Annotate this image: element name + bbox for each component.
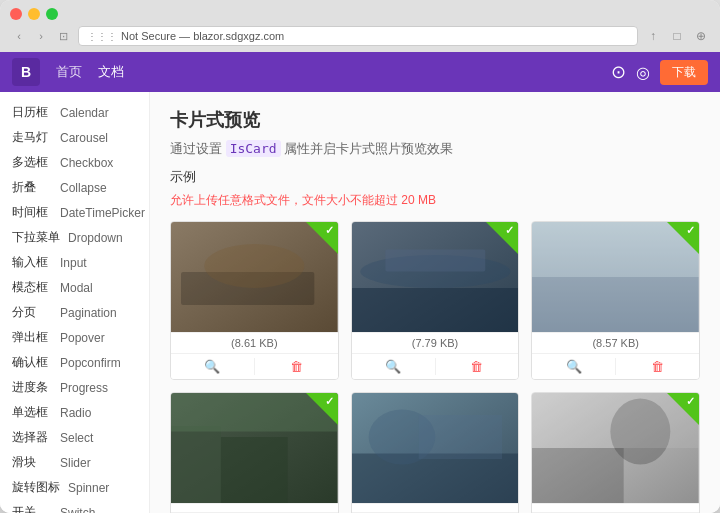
sidebar-item-carousel[interactable]: 走马灯 Carousel: [0, 125, 149, 150]
upload-size-limit: 20 MB: [401, 193, 436, 207]
sidebar-item-radio[interactable]: 单选框 Radio: [0, 400, 149, 425]
delete-button-1[interactable]: 🗑: [255, 354, 338, 379]
image-size-2: (7.79 KB): [352, 332, 519, 353]
sidebar-item-modal[interactable]: 模态框 Modal: [0, 275, 149, 300]
nav-home[interactable]: 首页: [56, 63, 82, 81]
app-nav: 首页 文档: [56, 63, 124, 81]
image-container-5: [352, 393, 519, 503]
checkmark-badge-4: [306, 393, 338, 425]
sidebar-item-spinner[interactable]: 旋转图标 Spinner: [0, 475, 149, 500]
zoom-button-1[interactable]: 🔍: [171, 354, 254, 379]
page-title: 卡片式预览: [170, 108, 700, 132]
browser-toolbar: ‹ › ⊡ ⋮⋮⋮ Not Secure — blazor.sdgxgz.com…: [10, 26, 710, 52]
svg-rect-4: [352, 288, 519, 332]
header-right: ⊙ ◎ 下载: [611, 60, 708, 85]
back-button[interactable]: ‹: [10, 27, 28, 45]
section-label: 示例: [170, 168, 700, 186]
image-card-3: (8.57 KB) 🔍 🗑: [531, 221, 700, 380]
checkmark-badge-2: [486, 222, 518, 254]
close-button[interactable]: [10, 8, 22, 20]
image-preview-5: [352, 393, 519, 503]
browser-window: ‹ › ⊡ ⋮⋮⋮ Not Secure — blazor.sdgxgz.com…: [0, 0, 720, 513]
bookmark-icon[interactable]: □: [668, 27, 686, 45]
image-card-4: 🔍 🗑: [170, 392, 339, 513]
zoom-button-2[interactable]: 🔍: [352, 354, 435, 379]
desc-code: IsCard: [226, 140, 281, 157]
more-icon[interactable]: ⊕: [692, 27, 710, 45]
sidebar-item-datetimepicker[interactable]: 时间框 DateTimePicker: [0, 200, 149, 225]
delete-button-2[interactable]: 🗑: [436, 354, 519, 379]
upload-hint: 允许上传任意格式文件，文件大小不能超过 20 MB: [170, 192, 700, 209]
svg-rect-8: [532, 277, 699, 332]
maximize-button[interactable]: [46, 8, 58, 20]
share-icon[interactable]: ↑: [644, 27, 662, 45]
sidebar-item-popconfirm[interactable]: 确认框 Popconfirm: [0, 350, 149, 375]
desc-prefix: 通过设置: [170, 141, 222, 156]
toolbar-icons: ↑ □ ⊕: [644, 27, 710, 45]
checkmark-badge-3: [667, 222, 699, 254]
image-card-2: (7.79 KB) 🔍 🗑: [351, 221, 520, 380]
checkmark-badge-1: [306, 222, 338, 254]
image-actions-1: 🔍 🗑: [171, 353, 338, 379]
url-text: Not Secure — blazor.sdgxgz.com: [121, 30, 284, 42]
minimize-button[interactable]: [28, 8, 40, 20]
notification-icon[interactable]: ◎: [636, 63, 650, 82]
image-size-4: [171, 503, 338, 512]
svg-point-2: [204, 244, 304, 288]
page-description: 通过设置 IsCard 属性并启卡片式照片预览效果: [170, 140, 700, 158]
upload-hint-prefix: 允许上传任意格式文件，文件大小不能超过: [170, 193, 398, 207]
image-container-4: [171, 393, 338, 503]
app-body: 日历框 Calendar 走马灯 Carousel 多选框 Checkbox 折…: [0, 92, 720, 513]
image-container-1: [171, 222, 338, 332]
nav-docs[interactable]: 文档: [98, 63, 124, 81]
image-container-6: [532, 393, 699, 503]
image-size-5: [352, 503, 519, 512]
sidebar: 日历框 Calendar 走马灯 Carousel 多选框 Checkbox 折…: [0, 92, 150, 513]
delete-button-3[interactable]: 🗑: [616, 354, 699, 379]
image-card-6: 🔍 🗑: [531, 392, 700, 513]
svg-rect-11: [171, 426, 221, 503]
sidebar-item-progress[interactable]: 进度条 Progress: [0, 375, 149, 400]
sidebar-item-checkbox[interactable]: 多选框 Checkbox: [0, 150, 149, 175]
url-bar[interactable]: ⋮⋮⋮ Not Secure — blazor.sdgxgz.com: [78, 26, 638, 46]
svg-rect-15: [352, 454, 519, 504]
sidebar-item-select[interactable]: 选择器 Select: [0, 425, 149, 450]
desc-suffix: 属性并启卡片式照片预览效果: [284, 141, 453, 156]
github-icon[interactable]: ⊙: [611, 61, 626, 83]
forward-button[interactable]: ›: [32, 27, 50, 45]
sidebar-item-pagination[interactable]: 分页 Pagination: [0, 300, 149, 325]
sidebar-item-collapse[interactable]: 折叠 Collapse: [0, 175, 149, 200]
zoom-button-3[interactable]: 🔍: [532, 354, 615, 379]
image-container-2: [352, 222, 519, 332]
checkmark-badge-6: [667, 393, 699, 425]
svg-rect-17: [418, 415, 501, 459]
image-actions-3: 🔍 🗑: [532, 353, 699, 379]
svg-rect-20: [532, 448, 624, 503]
image-card-1: (8.61 KB) 🔍 🗑: [170, 221, 339, 380]
security-indicator: ⋮⋮⋮: [87, 31, 117, 42]
app-header: B 首页 文档 ⊙ ◎ 下载: [0, 52, 720, 92]
svg-rect-6: [385, 250, 485, 272]
browser-chrome: ‹ › ⊡ ⋮⋮⋮ Not Secure — blazor.sdgxgz.com…: [0, 0, 720, 52]
content-area: 卡片式预览 通过设置 IsCard 属性并启卡片式照片预览效果 示例 允许上传任…: [150, 92, 720, 513]
sidebar-item-popover[interactable]: 弹出框 Popover: [0, 325, 149, 350]
view-button[interactable]: ⊡: [54, 27, 72, 45]
image-actions-2: 🔍 🗑: [352, 353, 519, 379]
svg-rect-12: [221, 437, 288, 503]
nav-buttons: ‹ › ⊡: [10, 27, 72, 45]
sidebar-item-dropdown[interactable]: 下拉菜单 Dropdown: [0, 225, 149, 250]
sidebar-item-slider[interactable]: 滑块 Slider: [0, 450, 149, 475]
traffic-lights: [10, 8, 710, 20]
sidebar-item-switch[interactable]: 开关 Switch: [0, 500, 149, 513]
image-grid: (8.61 KB) 🔍 🗑: [170, 221, 700, 513]
download-button[interactable]: 下载: [660, 60, 708, 85]
image-card-5: 🔍 🗑: [351, 392, 520, 513]
sidebar-item-calendar[interactable]: 日历框 Calendar: [0, 100, 149, 125]
image-size-1: (8.61 KB): [171, 332, 338, 353]
sidebar-item-input[interactable]: 输入框 Input: [0, 250, 149, 275]
app-logo: B: [12, 58, 40, 86]
image-size-6: [532, 503, 699, 512]
image-container-3: [532, 222, 699, 332]
image-size-3: (8.57 KB): [532, 332, 699, 353]
